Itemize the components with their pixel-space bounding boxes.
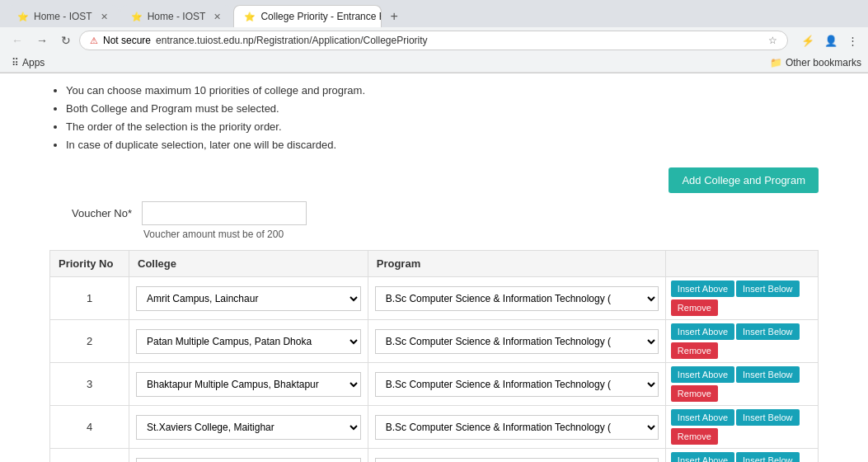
address-bar-icons: ☆: [768, 35, 777, 46]
instruction-4: In case of duplicate selection, later on…: [66, 136, 819, 154]
priority-cell-2: 2: [50, 320, 129, 363]
priority-cell-1: 1: [50, 277, 129, 320]
table-body: 1Amrit Campus, LainchaurB.Sc Computer Sc…: [50, 277, 819, 462]
instructions: You can choose maximum 10 priorities of …: [49, 82, 819, 154]
tab-1-favicon: ⭐: [17, 12, 29, 22]
tab-2[interactable]: ⭐ Home - IOST ✕: [120, 5, 232, 27]
voucher-row: Voucher No*: [49, 201, 819, 225]
insert-below-button-4[interactable]: Insert Below: [736, 409, 800, 426]
table-header: Priority No College Program: [50, 251, 819, 277]
table-row: 1Amrit Campus, LainchaurB.Sc Computer Sc…: [50, 277, 819, 320]
college-select-1[interactable]: Amrit Campus, Lainchaur: [136, 286, 361, 311]
page-content: You can choose maximum 10 priorities of …: [0, 73, 868, 462]
forward-button[interactable]: →: [31, 31, 53, 50]
voucher-hint: Voucher amount must be of 200: [143, 229, 819, 240]
college-cell-4: St.Xaviers College, Maitighar: [129, 406, 368, 449]
tab-bar: ⭐ Home - IOST ✕ ⭐ Home - IOST ✕ ⭐ Colleg…: [0, 0, 868, 27]
instruction-2: Both College and Program must be selecte…: [66, 100, 819, 118]
instructions-list: You can choose maximum 10 priorities of …: [49, 82, 819, 154]
tab-1[interactable]: ⭐ Home - IOST ✕: [7, 5, 119, 27]
insert-below-button-5[interactable]: Insert Below: [736, 452, 800, 462]
apps-grid-icon: ⠿: [12, 57, 19, 68]
bookmarks-bar: ⠿ Apps 📁 Other bookmarks: [0, 54, 868, 73]
table-row: 3Bhaktapur Multiple Campus, BhaktapurB.S…: [50, 363, 819, 406]
college-select-5[interactable]: Butwal Multiple Campus, Butwal: [136, 458, 361, 462]
program-select-3[interactable]: B.Sc Computer Science & Information Tech…: [375, 372, 659, 397]
college-select-4[interactable]: St.Xaviers College, Maitighar: [136, 415, 361, 440]
insert-above-button-3[interactable]: Insert Above: [671, 366, 734, 383]
program-select-1[interactable]: B.Sc Computer Science & Information Tech…: [375, 286, 659, 311]
extensions-icon[interactable]: ⚡: [798, 31, 818, 50]
col-actions: [665, 251, 818, 277]
insert-above-button-5[interactable]: Insert Above: [671, 452, 734, 462]
college-select-3[interactable]: Bhaktapur Multiple Campus, Bhaktapur: [136, 372, 361, 397]
program-select-2[interactable]: B.Sc Computer Science & Information Tech…: [375, 329, 659, 354]
bookmark-icon[interactable]: ☆: [768, 35, 777, 46]
back-button[interactable]: ←: [7, 31, 28, 50]
nav-bar: ← → ↻ ⚠ Not secure entrance.tuiost.edu.n…: [0, 27, 868, 54]
college-cell-1: Amrit Campus, Lainchaur: [129, 277, 368, 320]
apps-label: Apps: [22, 57, 45, 68]
toolbar-icons: ⚡ 👤 ⋮: [798, 31, 861, 50]
insert-below-button-2[interactable]: Insert Below: [736, 323, 800, 340]
new-tab-button[interactable]: +: [383, 6, 404, 27]
priority-table: Priority No College Program 1Amrit Campu…: [49, 250, 819, 462]
remove-button-4[interactable]: Remove: [671, 428, 718, 445]
action-cell-4: Insert AboveInsert BelowRemove: [665, 406, 818, 449]
program-dropdown-container-5: SelectSelectB.Sc Computer Science & Info…: [375, 458, 659, 462]
remove-button-2[interactable]: Remove: [671, 342, 718, 359]
remove-button-3[interactable]: Remove: [671, 385, 718, 402]
action-cell-2: Insert AboveInsert BelowRemove: [665, 320, 818, 363]
college-cell-2: Patan Multiple Campus, Patan Dhoka: [129, 320, 368, 363]
tab-3-favicon: ⭐: [244, 12, 256, 22]
folder-icon: 📁: [770, 57, 782, 68]
priority-cell-4: 4: [50, 406, 129, 449]
tab-2-favicon: ⭐: [131, 12, 143, 22]
lock-icon: ⚠: [90, 35, 98, 46]
tab-1-label: Home - IOST: [34, 11, 92, 22]
program-cell-4: B.Sc Computer Science & Information Tech…: [368, 406, 665, 449]
other-bookmarks[interactable]: 📁 Other bookmarks: [770, 57, 861, 68]
col-college: College: [129, 251, 368, 277]
action-cell-3: Insert AboveInsert BelowRemove: [665, 363, 818, 406]
insert-below-button-3[interactable]: Insert Below: [736, 366, 800, 383]
insert-above-button-2[interactable]: Insert Above: [671, 323, 734, 340]
instruction-3: The order of the selection is the priori…: [66, 118, 819, 136]
address-bar[interactable]: ⚠ Not secure entrance.tuiost.edu.np/Regi…: [79, 31, 788, 50]
college-cell-3: Bhaktapur Multiple Campus, Bhaktapur: [129, 363, 368, 406]
profile-icon[interactable]: 👤: [821, 31, 841, 50]
program-cell-3: B.Sc Computer Science & Information Tech…: [368, 363, 665, 406]
tab-3[interactable]: ⭐ College Priority - Entrance Regist... …: [233, 5, 382, 27]
other-bookmarks-label: Other bookmarks: [786, 57, 861, 68]
voucher-input[interactable]: [142, 201, 307, 225]
priority-cell-5: 5: [50, 449, 129, 462]
tab-3-label: College Priority - Entrance Regist...: [260, 11, 382, 22]
col-priority: Priority No: [50, 251, 129, 277]
insert-above-button-4[interactable]: Insert Above: [671, 409, 734, 426]
url-text: entrance.tuiost.edu.np/Registration/Appl…: [156, 35, 428, 46]
college-select-2[interactable]: Patan Multiple Campus, Patan Dhoka: [136, 329, 361, 354]
voucher-label: Voucher No*: [49, 207, 132, 219]
insert-above-button-1[interactable]: Insert Above: [671, 280, 734, 297]
program-cell-1: B.Sc Computer Science & Information Tech…: [368, 277, 665, 320]
table-row: 2Patan Multiple Campus, Patan DhokaB.Sc …: [50, 320, 819, 363]
insert-below-button-1[interactable]: Insert Below: [736, 280, 800, 297]
program-cell-2: B.Sc Computer Science & Information Tech…: [368, 320, 665, 363]
remove-button-1[interactable]: Remove: [671, 299, 718, 316]
col-program: Program: [368, 251, 665, 277]
program-select-4[interactable]: B.Sc Computer Science & Information Tech…: [375, 415, 659, 440]
instruction-1: You can choose maximum 10 priorities of …: [66, 82, 819, 100]
table-row: 5Butwal Multiple Campus, ButwalSelectSel…: [50, 449, 819, 462]
table-row: 4St.Xaviers College, MaitigharB.Sc Compu…: [50, 406, 819, 449]
add-college-program-button[interactable]: Add College and Program: [669, 167, 819, 193]
tab-2-close[interactable]: ✕: [213, 12, 221, 22]
program-select-5[interactable]: Select: [375, 458, 659, 462]
reload-button[interactable]: ↻: [56, 31, 76, 50]
not-secure-label: Not secure: [103, 35, 151, 46]
settings-icon[interactable]: ⋮: [844, 31, 861, 50]
apps-bookmark[interactable]: ⠿ Apps: [7, 55, 49, 70]
browser-chrome: ⭐ Home - IOST ✕ ⭐ Home - IOST ✕ ⭐ Colleg…: [0, 0, 868, 73]
tab-2-label: Home - IOST: [148, 11, 206, 22]
priority-cell-3: 3: [50, 363, 129, 406]
tab-1-close[interactable]: ✕: [101, 12, 108, 22]
